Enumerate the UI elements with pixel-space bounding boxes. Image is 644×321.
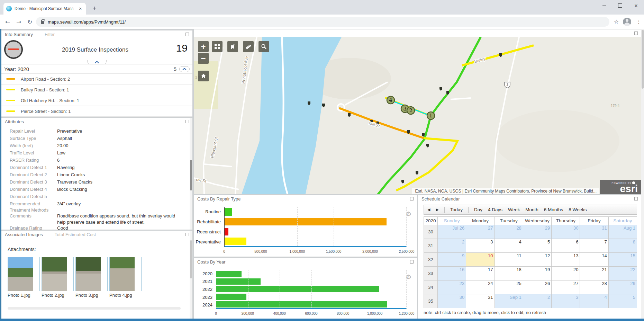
calendar-cell[interactable]: 8 xyxy=(608,239,637,253)
calendar-cell[interactable]: 15 xyxy=(608,253,637,267)
calendar-cell[interactable]: 31 xyxy=(580,225,608,239)
calendar-view-4-days[interactable]: 4 Days xyxy=(488,207,502,212)
calendar-view-day[interactable]: Day xyxy=(474,207,482,212)
calendar-cell[interactable]: Jul 26 xyxy=(438,225,466,239)
calendar-cell[interactable]: 28 xyxy=(495,225,523,239)
maximize-panel-icon[interactable] xyxy=(185,33,189,36)
reload-icon[interactable] xyxy=(26,18,34,26)
attributes-scrollbar[interactable] xyxy=(190,118,192,230)
calendar-cell[interactable]: 6 xyxy=(552,239,580,253)
calendar-cell[interactable]: 11 xyxy=(495,253,523,267)
tab-total-estimated-cost[interactable]: Total Estimated Cost xyxy=(55,232,96,237)
window-maximize-icon[interactable] xyxy=(612,0,628,11)
calendar-cell[interactable]: 29 xyxy=(608,280,637,294)
calendar-cell[interactable]: 20 xyxy=(552,267,580,280)
maximize-panel-icon[interactable] xyxy=(185,120,189,123)
map-canvas[interactable]: 4 3 2 1 Penobscot Ave Pleasant St ow St … xyxy=(194,37,641,194)
maximize-panel-icon[interactable] xyxy=(634,197,638,200)
calendar-cell[interactable]: 25 xyxy=(495,280,523,294)
tab-info-summary[interactable]: Info Summary xyxy=(5,32,33,37)
year-collapse-icon[interactable] xyxy=(179,66,190,72)
calendar-cell[interactable]: 4 xyxy=(495,239,523,253)
tab-associated-images[interactable]: Associated Images xyxy=(5,232,43,237)
new-tab-button[interactable] xyxy=(91,5,98,12)
back-icon[interactable] xyxy=(3,18,12,26)
calendar-cell[interactable]: 13 xyxy=(552,253,580,267)
calendar-cell[interactable]: 30 xyxy=(552,225,580,239)
collapse-chevron-icon[interactable] xyxy=(87,60,107,64)
calendar-view-6-months[interactable]: 6 Months xyxy=(544,207,563,212)
calendar-cell[interactable]: 5 xyxy=(608,294,637,308)
calendar-cell[interactable]: 16 xyxy=(438,267,466,280)
calendar-cell[interactable]: 14 xyxy=(580,253,608,267)
maximize-panel-icon[interactable] xyxy=(410,260,414,264)
calendar-cell[interactable]: 17 xyxy=(466,267,495,280)
browser-tab[interactable]: Demo - Municipal Surface Manag xyxy=(3,3,86,15)
maximize-panel-icon[interactable] xyxy=(634,32,638,35)
calendar-cell[interactable]: 18 xyxy=(495,267,523,280)
zoom-in-button[interactable]: + xyxy=(198,41,209,52)
tab-filter[interactable]: Filter xyxy=(45,32,55,37)
inspection-list-item[interactable]: Bailey Road - Section: 1 xyxy=(1,84,192,95)
browser-menu-icon[interactable] xyxy=(635,18,642,26)
search-button[interactable] xyxy=(258,41,269,52)
window-minimize-icon[interactable] xyxy=(596,0,612,11)
calendar-cell[interactable]: 3 xyxy=(552,294,580,308)
photo-attachment[interactable]: Photo 2.jpg xyxy=(42,257,74,298)
calendar-cell[interactable]: 27 xyxy=(466,225,495,239)
calendar-cell[interactable]: 9 xyxy=(438,253,466,267)
photo-attachment[interactable]: Photo 1.jpg xyxy=(8,257,40,298)
calendar-cell[interactable]: 5 xyxy=(523,239,551,253)
attachments-horizontal-scrollbar[interactable] xyxy=(8,307,181,310)
calendar-cell[interactable]: 26 xyxy=(523,280,551,294)
forward-icon[interactable] xyxy=(15,18,23,26)
page-scrollbar[interactable] xyxy=(641,29,644,319)
home-button[interactable] xyxy=(198,71,209,81)
calendar-view-month[interactable]: Month xyxy=(525,207,538,212)
calendar-cell[interactable]: 12 xyxy=(523,253,551,267)
calendar-cell[interactable]: Aug 1 xyxy=(608,225,637,239)
maximize-panel-icon[interactable] xyxy=(410,197,414,200)
calendar-cell[interactable]: 29 xyxy=(523,225,551,239)
calendar-cell[interactable]: 4 xyxy=(580,294,608,308)
calendar-cell[interactable]: 23 xyxy=(438,280,466,294)
basemap-gallery-button[interactable] xyxy=(212,41,223,52)
address-bar[interactable]: maps.sewall.com/apps/PvmtMngmt/11/ xyxy=(36,17,609,27)
calendar-cell[interactable]: 30 xyxy=(438,294,466,308)
calendar-view-8-weeks[interactable]: 8 Weeks xyxy=(569,207,587,212)
zoom-out-button[interactable]: − xyxy=(198,53,209,64)
calendar-cell-today[interactable]: 10 xyxy=(466,253,495,267)
calendar-cell[interactable]: 7 xyxy=(580,239,608,253)
window-close-icon[interactable] xyxy=(628,0,644,11)
inspection-list-item[interactable]: Airport Road - Section: 2 xyxy=(1,74,192,84)
gear-icon[interactable] xyxy=(406,210,411,217)
gear-icon[interactable] xyxy=(406,273,411,280)
calendar-cell[interactable]: 21 xyxy=(580,267,608,280)
calendar-cell[interactable]: 24 xyxy=(466,280,495,294)
calendar-cell[interactable]: 31 xyxy=(466,294,495,308)
calendar-cell[interactable]: 2 xyxy=(523,294,551,308)
inspection-list-item[interactable]: Pierce Street - Section: 1 xyxy=(1,106,192,117)
calendar-cell[interactable]: 2 xyxy=(438,239,466,253)
calendar-cell[interactable]: 27 xyxy=(552,280,580,294)
bookmarks-button[interactable] xyxy=(227,41,238,52)
calendar-cell[interactable]: 22 xyxy=(608,267,637,280)
calendar-prev-button[interactable]: ◀ xyxy=(427,207,430,212)
tab-close-icon[interactable] xyxy=(78,6,83,11)
calendar-today-button[interactable]: Today xyxy=(450,207,463,212)
measure-button[interactable] xyxy=(243,41,254,52)
calendar-view-week[interactable]: Week xyxy=(508,207,520,212)
bookmark-star-icon[interactable] xyxy=(612,18,620,26)
calendar-cell[interactable]: Sep 1 xyxy=(495,294,523,308)
year-group-row[interactable]: Year: 2020 5 xyxy=(1,64,192,74)
images-scrollbar[interactable] xyxy=(190,231,192,319)
calendar-cell[interactable]: 19 xyxy=(523,267,551,280)
calendar-cell[interactable]: 3 xyxy=(466,239,495,253)
profile-avatar[interactable] xyxy=(623,18,631,26)
calendar-cell[interactable]: 28 xyxy=(580,280,608,294)
calendar-next-button[interactable]: ▶ xyxy=(436,207,438,212)
photo-attachment[interactable]: Photo 3.jpg xyxy=(75,257,108,298)
maximize-panel-icon[interactable] xyxy=(185,233,189,236)
inspection-list-item[interactable]: Old Hatchery Rd. - Section: 1 xyxy=(1,95,192,106)
photo-attachment[interactable]: Photo 4.jpg xyxy=(109,257,142,298)
